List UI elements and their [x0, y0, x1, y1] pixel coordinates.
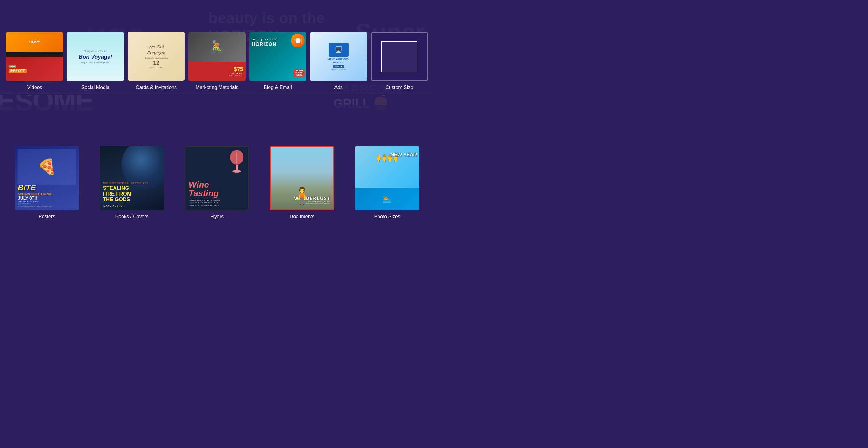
wine-glass-icon	[228, 150, 245, 174]
category-label-books: Books / Covers	[115, 214, 148, 219]
category-thumb-blog: 🍽️ beauty is on theHORIZON FRESHRECIPEID…	[249, 32, 306, 81]
category-label-flyers: Flyers	[210, 214, 224, 219]
cards-date: 12	[153, 60, 159, 66]
flyer-title: WineTasting	[188, 180, 245, 198]
category-thumb-custom	[371, 32, 428, 81]
category-videos[interactable]: HAPPY NEW 50% OFF Videos	[6, 32, 63, 90]
category-custom-size[interactable]: Custom Size	[371, 32, 428, 90]
top-categories-row: HAPPY NEW 50% OFF Videos	[0, 0, 434, 95]
category-blog-email[interactable]: 🍽️ beauty is on theHORIZON FRESHRECIPEID…	[249, 32, 306, 90]
book-small-text: THE INTERNATIONAL BESTSELLER	[103, 182, 161, 184]
category-label-posters: Posters	[39, 214, 55, 219]
category-documents[interactable]: 🧍 WANDERLUST WE HAVE YOU COVERED THE TRA…	[261, 146, 343, 219]
category-thumb-flyers: WineTasting LOCATION HERE OF WINE TASTIN…	[185, 146, 249, 210]
poster-title: BITE	[18, 183, 76, 193]
blog-recipe: FRESHRECIPEIDEAS	[294, 69, 305, 76]
poster-handle: @socialmedia	[18, 203, 76, 205]
category-ads[interactable]: 🖥️ MAKE YOUR OWNWEBSITE SIGN UP Freedom …	[310, 32, 367, 90]
marketing-price: $75	[234, 66, 243, 72]
thumb-videos-bg: HAPPY NEW 50% OFF	[6, 32, 63, 81]
section-divider	[0, 95, 434, 96]
cards-sub: Join us for a celebration	[145, 57, 167, 59]
category-thumb-ads: 🖥️ MAKE YOUR OWNWEBSITE SIGN UP Freedom …	[310, 32, 367, 81]
category-thumb-documents: 🧍 WANDERLUST WE HAVE YOU COVERED THE TRA…	[270, 146, 334, 210]
category-posters[interactable]: 🍕 BITE ARTISAN FOOD FESTIVAL JULY 8TH TH…	[6, 146, 88, 219]
category-label-documents: Documents	[290, 214, 315, 219]
svg-point-2	[232, 170, 241, 173]
category-marketing[interactable]: 🚴 $75 BIKE SHOP GIFT VOUCHER Marketing M…	[188, 32, 245, 90]
cards-title: We GotEngaged	[147, 44, 165, 56]
category-thumb-social: To my dearest friend, Bon Voyage! May yo…	[67, 32, 124, 81]
category-thumb-posters: 🍕 BITE ARTISAN FOOD FESTIVAL JULY 8TH TH…	[15, 146, 79, 210]
poster-detail: ENTERTAINMENT ALL DAY FROM 11AM	[18, 205, 76, 207]
poster-date: JULY 8TH	[18, 196, 76, 200]
ads-cta: SIGN UP	[333, 65, 344, 68]
category-label-cards: Cards & Invitations	[136, 84, 177, 90]
category-label-marketing: Marketing Materials	[196, 85, 239, 90]
cards-detail: SAVE THE DATE	[149, 67, 163, 69]
category-label-photo: Photo Sizes	[374, 214, 400, 219]
category-thumb-books: THE INTERNATIONAL BESTSELLER STEALINGFIR…	[100, 146, 164, 210]
category-thumb-photo: 🙌🙌 NEW YEAR NEW YOU 🏊	[355, 146, 419, 210]
category-label-custom: Custom Size	[385, 85, 413, 90]
photo-new-year: NEW YEAR	[391, 152, 417, 158]
ads-sub: Freedom to create	[331, 69, 346, 70]
marketing-shop: BIKE SHOP	[230, 72, 243, 75]
book-title: STEALINGFIRE FROMTHE GODS	[103, 185, 161, 203]
flyer-details: LOCATION HERE OF WINE TASTINGTENTH OF SE…	[188, 199, 245, 207]
category-books[interactable]: THE INTERNATIONAL BESTSELLER STEALINGFIR…	[91, 146, 173, 219]
category-thumb-marketing: 🚴 $75 BIKE SHOP GIFT VOUCHER	[188, 32, 245, 81]
category-thumb-videos: HAPPY NEW 50% OFF	[6, 32, 63, 81]
ads-title: MAKE YOUR OWNWEBSITE	[328, 58, 349, 64]
main-container: ESOME uge beauty is on theHORIZON Super …	[0, 0, 434, 224]
poster-location: THE PEOPLES PARK	[18, 200, 76, 203]
category-photo-sizes[interactable]: 🙌🙌 NEW YEAR NEW YOU 🏊 Photo Sizes	[346, 146, 428, 219]
blog-title: beauty is on theHORIZON	[252, 37, 278, 48]
videos-badge: NEW	[8, 65, 16, 68]
category-social-media[interactable]: To my dearest friend, Bon Voyage! May yo…	[67, 32, 124, 90]
social-main-text: Bon Voyage!	[79, 54, 112, 60]
poster-subtitle: ARTISAN FOOD FESTIVAL	[18, 193, 76, 196]
category-thumb-cards: We GotEngaged Join us for a celebration …	[128, 32, 185, 81]
ads-monitor: 🖥️	[329, 43, 348, 57]
social-sub-text: May you find every happiness.	[79, 62, 112, 64]
category-label-social: Social Media	[82, 85, 110, 90]
social-to-friend: To my dearest friend,	[79, 50, 112, 53]
category-label-videos: Videos	[27, 85, 42, 90]
category-label-ads: Ads	[335, 85, 343, 90]
category-label-blog: Blog & Email	[264, 85, 292, 90]
videos-discount: 50% OFF	[8, 69, 27, 73]
category-cards[interactable]: We GotEngaged Join us for a celebration …	[128, 32, 185, 90]
book-author: ISAAC AUTHOR	[103, 204, 161, 207]
bottom-categories-row: 🍕 BITE ARTISAN FOOD FESTIVAL JULY 8TH TH…	[0, 105, 434, 224]
doc-person-icon: 🧍	[291, 186, 313, 206]
category-flyers[interactable]: WineTasting LOCATION HERE OF WINE TASTIN…	[177, 146, 258, 219]
